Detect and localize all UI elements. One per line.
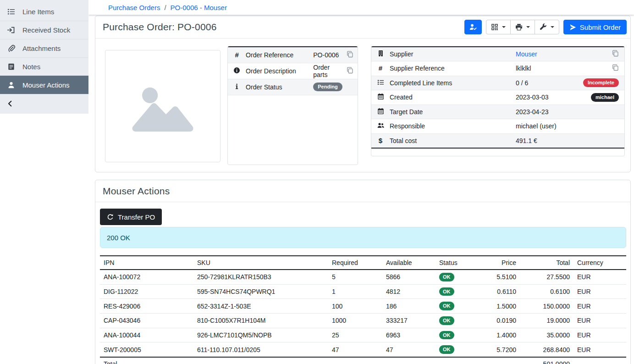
supplier-link[interactable]: Mouser	[516, 50, 537, 58]
incomplete-badge: Incomplete	[583, 78, 619, 87]
print-actions-button[interactable]	[510, 20, 535, 34]
part-total: 0.6100	[520, 284, 573, 299]
image-placeholder-icon	[128, 74, 198, 138]
sidebar: Line Items Received Stock Attachments No…	[0, 0, 88, 364]
part-ipn: SWT-200005	[100, 342, 193, 357]
calendar-icon	[377, 93, 384, 100]
part-available: 6963	[382, 328, 436, 342]
created-by-badge: michael	[591, 93, 619, 102]
order-info-table: Supplier Mouser # Supplier Reference lkl…	[371, 46, 624, 149]
order-details-table: # Order Reference PO-0006 Order Descript…	[228, 46, 358, 95]
part-sku: 250-72981KLRATR150B3	[193, 270, 328, 284]
part-currency: EUR	[573, 299, 626, 314]
part-available: 5866	[382, 270, 436, 284]
detail-row-order-reference: # Order Reference PO-0006	[228, 47, 358, 63]
breadcrumb-link-purchase-orders[interactable]: Purchase Orders	[108, 4, 160, 11]
hash-icon: #	[233, 51, 240, 58]
parts-table-body: ANA-100072 250-72981KLRATR150B3 5 5866 O…	[100, 270, 626, 357]
part-total: 35.0000	[520, 328, 573, 342]
part-currency: EUR	[573, 313, 626, 328]
transfer-po-button[interactable]: Transfer PO	[100, 209, 162, 225]
page-title: Purchase Order: PO-0006	[103, 22, 217, 33]
sidebar-item-notes[interactable]: Notes	[0, 57, 88, 76]
part-row: DIG-112022 595-SN74HCS74QPWRQ1 1 4812 OK…	[100, 284, 626, 299]
detail-value: 2023-04-23	[516, 105, 569, 119]
list-icon	[7, 8, 15, 16]
part-currency: EUR	[573, 284, 626, 299]
parts-total-row: Total 501.0000	[100, 357, 626, 364]
sidebar-item-mouser-actions[interactable]: Mouser Actions	[0, 76, 88, 94]
breadcrumb-link-current-order[interactable]: PO-0006 - Mouser	[171, 4, 227, 11]
part-currency: EUR	[573, 342, 626, 357]
barcode-actions-button[interactable]	[486, 20, 511, 34]
part-available: 4812	[382, 284, 436, 299]
part-required: 47	[328, 342, 382, 357]
detail-row-order-description: Order Description Order parts	[228, 63, 358, 79]
detail-row-total-cost: $ Total cost 491.1 €	[371, 133, 624, 148]
breadcrumb-separator: /	[164, 4, 166, 11]
part-status: OK	[436, 313, 478, 328]
detail-label: Target Date	[390, 105, 516, 119]
col-status: Status	[436, 256, 478, 270]
detail-row-created: Created 2023-03-03 michael	[371, 90, 624, 105]
user-check-icon	[469, 23, 477, 31]
detail-row-completed-line-items: Completed Line Items 0 / 6 Incomplete	[371, 76, 624, 90]
part-status: OK	[436, 299, 478, 314]
detail-label: Order Status	[246, 79, 313, 95]
copy-icon[interactable]	[347, 51, 353, 58]
app: Line Items Received Stock Attachments No…	[0, 0, 634, 364]
part-required: 1000	[328, 313, 382, 328]
total-label: Total	[100, 357, 193, 364]
sidebar-item-received-stock[interactable]: Received Stock	[0, 21, 88, 39]
submit-order-button[interactable]: Submit Order	[563, 20, 627, 34]
submit-order-label: Submit Order	[580, 23, 621, 31]
detail-value: PO-0006	[313, 47, 342, 63]
detail-label: Responsible	[390, 119, 516, 134]
copy-icon[interactable]	[347, 67, 353, 74]
send-icon	[569, 24, 576, 31]
order-info-card: Supplier Mouser # Supplier Reference lkl…	[371, 46, 625, 156]
mouser-actions-panel: Mouser Actions Transfer PO 200 OK	[95, 180, 631, 364]
part-ipn: ANA-100072	[100, 270, 193, 284]
sidebar-item-line-items[interactable]: Line Items	[0, 2, 88, 21]
building-icon	[377, 50, 384, 57]
copy-icon[interactable]	[612, 50, 619, 57]
part-price: 0.0190	[478, 313, 520, 328]
parts-table-header: IPN SKU Required Available Status Price …	[100, 256, 626, 270]
part-sku: 611-110.107.011/0205	[193, 342, 328, 357]
mouser-panel-body: Transfer PO 200 OK IPN SKU Required	[95, 202, 630, 364]
part-price: 0.6110	[478, 284, 520, 299]
part-row: RES-429006 652-3314Z-1-503E 100 186 OK 1…	[100, 299, 626, 314]
transfer-po-label: Transfer PO	[118, 213, 155, 221]
copy-icon[interactable]	[612, 64, 619, 71]
detail-row-supplier: Supplier Mouser	[371, 47, 624, 61]
detail-label: Completed Line Items	[390, 76, 516, 90]
part-status: OK	[436, 270, 478, 284]
order-details-card: # Order Reference PO-0006 Order Descript…	[227, 46, 358, 165]
issue-order-button[interactable]	[464, 20, 482, 34]
sidebar-item-attachments[interactable]: Attachments	[0, 39, 88, 57]
part-currency: EUR	[573, 270, 626, 284]
detail-value: 0 / 6	[516, 76, 569, 90]
order-status-badge: Pending	[313, 83, 342, 91]
part-price: 1.5000	[478, 299, 520, 314]
sidebar-collapse-button[interactable]	[0, 94, 88, 112]
part-available: 186	[382, 299, 436, 314]
detail-label: Order Reference	[246, 47, 313, 63]
status-ok-badge: OK	[439, 345, 454, 354]
hash-icon: #	[377, 65, 384, 72]
part-sku: 810-C1005X7R1H104M	[193, 313, 328, 328]
detail-value: Order parts	[313, 63, 342, 79]
printer-icon	[515, 23, 523, 31]
detail-value: michael (user)	[516, 119, 569, 134]
part-sku: 926-LMC7101QM5/NOPB	[193, 328, 328, 342]
col-price: Price	[478, 256, 520, 270]
order-tools-button[interactable]	[535, 20, 559, 34]
status-ok-badge: OK	[439, 331, 454, 340]
detail-label: Supplier Reference	[390, 61, 516, 76]
col-sku: SKU	[193, 256, 328, 270]
qr-icon	[491, 23, 498, 31]
part-total: 27.5500	[520, 270, 573, 284]
dollar-icon: $	[377, 137, 384, 144]
status-ok-badge: OK	[439, 302, 454, 310]
